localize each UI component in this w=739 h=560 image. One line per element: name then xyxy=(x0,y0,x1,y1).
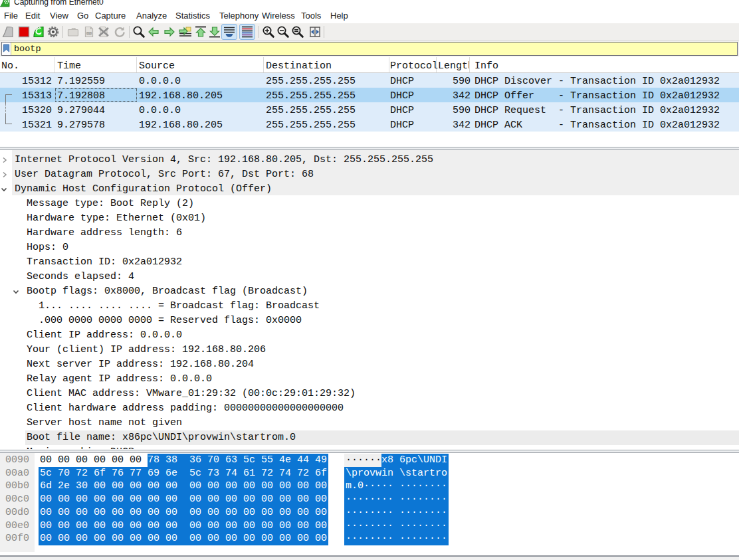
svg-text:010: 010 xyxy=(86,32,92,35)
